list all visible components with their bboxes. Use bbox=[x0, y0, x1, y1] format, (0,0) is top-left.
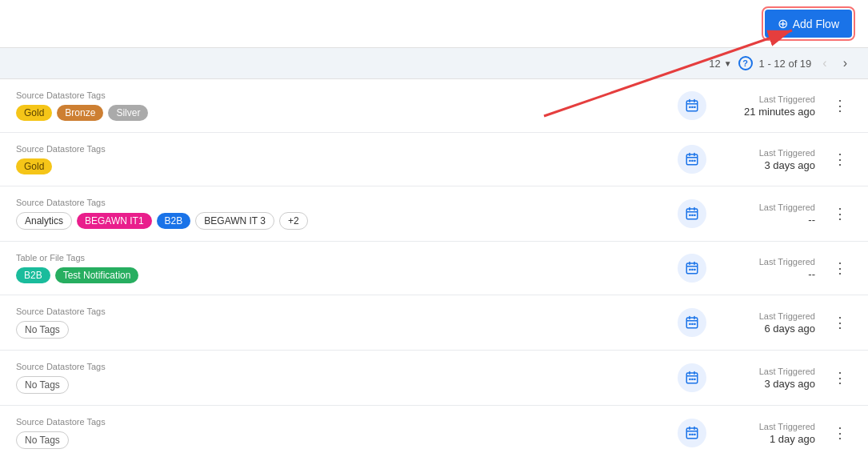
tags-row: No Tags bbox=[16, 376, 676, 394]
more-options-button[interactable]: ⋮ bbox=[828, 367, 852, 388]
calendar-icon[interactable] bbox=[678, 308, 706, 337]
row-right: Last Triggered--⋮ bbox=[676, 199, 852, 228]
last-triggered: Last Triggered21 minutes ago bbox=[719, 94, 815, 118]
tag[interactable]: BEGAWN IT 3 bbox=[195, 212, 274, 230]
last-triggered-value: 3 days ago bbox=[719, 378, 815, 390]
tag[interactable]: Analytics bbox=[16, 212, 72, 230]
calendar-icon[interactable] bbox=[678, 199, 706, 228]
svg-rect-21 bbox=[691, 214, 693, 216]
row-label: Source Datastore Tags bbox=[16, 198, 676, 207]
svg-rect-35 bbox=[691, 323, 693, 325]
last-triggered-value: 3 days ago bbox=[719, 159, 815, 171]
table-row: Source Datastore TagsAnalyticsBEGAWN IT1… bbox=[0, 186, 868, 242]
page-info: 1 - 12 of 19 bbox=[759, 58, 812, 70]
more-options-button[interactable]: ⋮ bbox=[828, 203, 852, 224]
svg-rect-2 bbox=[686, 101, 698, 111]
last-triggered-value: 21 minutes ago bbox=[719, 106, 815, 118]
row-label: Source Datastore Tags bbox=[16, 417, 676, 427]
svg-rect-43 bbox=[694, 379, 695, 380]
last-triggered-label: Last Triggered bbox=[719, 94, 815, 104]
table-row: Source Datastore TagsNo Tags Last Trigge… bbox=[0, 351, 868, 406]
last-triggered: Last Triggered-- bbox=[719, 257, 815, 280]
tag[interactable]: No Tags bbox=[16, 431, 69, 449]
prev-page-button[interactable]: ‹ bbox=[818, 54, 831, 72]
next-page-button[interactable]: › bbox=[838, 54, 852, 72]
table-row: Source Datastore TagsGold Last Triggered… bbox=[0, 133, 868, 186]
last-triggered-label: Last Triggered bbox=[719, 257, 815, 267]
table-row: Source Datastore TagsGoldBronzeSilver La… bbox=[0, 79, 868, 133]
svg-rect-48 bbox=[689, 434, 690, 435]
tag[interactable]: No Tags bbox=[16, 376, 69, 394]
dropdown-arrow-icon: ▼ bbox=[724, 59, 732, 68]
tag[interactable]: +2 bbox=[279, 212, 308, 230]
svg-rect-36 bbox=[694, 323, 695, 325]
calendar-icon[interactable] bbox=[678, 363, 706, 392]
top-bar: ⊕ Add Flow bbox=[0, 0, 868, 47]
last-triggered: Last Triggered6 days ago bbox=[719, 311, 815, 335]
tags-row: AnalyticsBEGAWN IT1B2BBEGAWN IT 3+2 bbox=[16, 212, 676, 230]
last-triggered: Last Triggered3 days ago bbox=[719, 367, 815, 390]
tag[interactable]: BEGAWN IT1 bbox=[77, 213, 152, 229]
svg-rect-29 bbox=[694, 269, 695, 271]
table-row: Source Datastore TagsNo Tags Last Trigge… bbox=[0, 295, 868, 351]
svg-rect-13 bbox=[689, 160, 690, 162]
calendar-icon[interactable] bbox=[678, 419, 706, 447]
table-container: Source Datastore TagsGoldBronzeSilver La… bbox=[0, 79, 868, 457]
tag[interactable]: Gold bbox=[16, 158, 52, 174]
last-triggered-label: Last Triggered bbox=[719, 311, 815, 321]
more-options-button[interactable]: ⋮ bbox=[828, 258, 852, 279]
table-row: Table or File TagsB2BTest Notification L… bbox=[0, 242, 868, 295]
row-right: Last Triggered--⋮ bbox=[676, 254, 852, 283]
calendar-icon[interactable] bbox=[678, 91, 706, 120]
row-right: Last Triggered6 days ago⋮ bbox=[676, 308, 852, 337]
row-label: Source Datastore Tags bbox=[16, 144, 676, 154]
more-options-button[interactable]: ⋮ bbox=[828, 95, 852, 116]
svg-rect-50 bbox=[694, 434, 695, 435]
table-row: Source Datastore TagsNo Tags Last Trigge… bbox=[0, 406, 868, 457]
tags-row: No Tags bbox=[16, 321, 676, 339]
svg-rect-15 bbox=[694, 160, 695, 162]
last-triggered-value: 1 day ago bbox=[719, 433, 815, 445]
tag[interactable]: Test Notification bbox=[55, 267, 139, 283]
svg-rect-6 bbox=[689, 106, 690, 108]
row-right: Last Triggered1 day ago⋮ bbox=[676, 419, 852, 447]
tags-row: B2BTest Notification bbox=[16, 267, 676, 283]
help-icon-label: ? bbox=[742, 58, 748, 68]
plus-circle-icon: ⊕ bbox=[778, 16, 788, 31]
last-triggered-value: -- bbox=[719, 214, 815, 226]
row-right: Last Triggered21 minutes ago⋮ bbox=[676, 91, 852, 120]
last-triggered: Last Triggered1 day ago bbox=[719, 422, 815, 445]
more-options-button[interactable]: ⋮ bbox=[828, 423, 852, 443]
tag[interactable]: B2B bbox=[157, 213, 191, 229]
last-triggered: Last Triggered3 days ago bbox=[719, 148, 815, 171]
row-left: Source Datastore TagsAnalyticsBEGAWN IT1… bbox=[16, 198, 676, 230]
row-left: Source Datastore TagsNo Tags bbox=[16, 417, 676, 449]
page-size-value: 12 bbox=[709, 58, 720, 70]
tag[interactable]: No Tags bbox=[16, 321, 69, 339]
tag[interactable]: Silver bbox=[108, 105, 148, 121]
svg-rect-20 bbox=[689, 214, 690, 216]
svg-rect-16 bbox=[686, 209, 698, 219]
help-icon[interactable]: ? bbox=[738, 56, 753, 70]
add-flow-label: Add Flow bbox=[793, 18, 839, 30]
last-triggered-label: Last Triggered bbox=[719, 367, 815, 376]
svg-rect-9 bbox=[686, 154, 698, 165]
svg-rect-30 bbox=[686, 318, 698, 328]
svg-rect-41 bbox=[689, 379, 690, 380]
tag[interactable]: Bronze bbox=[57, 105, 103, 121]
tag[interactable]: Gold bbox=[16, 105, 52, 121]
tags-row: Gold bbox=[16, 158, 676, 174]
tag[interactable]: B2B bbox=[16, 267, 50, 283]
more-options-button[interactable]: ⋮ bbox=[828, 312, 852, 333]
more-options-button[interactable]: ⋮ bbox=[828, 149, 852, 170]
add-flow-button[interactable]: ⊕ Add Flow bbox=[765, 10, 852, 38]
row-left: Source Datastore TagsGold bbox=[16, 144, 676, 174]
svg-rect-44 bbox=[686, 428, 698, 439]
svg-rect-23 bbox=[686, 263, 698, 274]
page-size-selector[interactable]: 12 ▼ bbox=[709, 58, 731, 70]
calendar-icon[interactable] bbox=[678, 145, 706, 174]
svg-rect-28 bbox=[691, 269, 693, 271]
last-triggered-label: Last Triggered bbox=[719, 422, 815, 431]
last-triggered: Last Triggered-- bbox=[719, 202, 815, 226]
calendar-icon[interactable] bbox=[678, 254, 706, 283]
